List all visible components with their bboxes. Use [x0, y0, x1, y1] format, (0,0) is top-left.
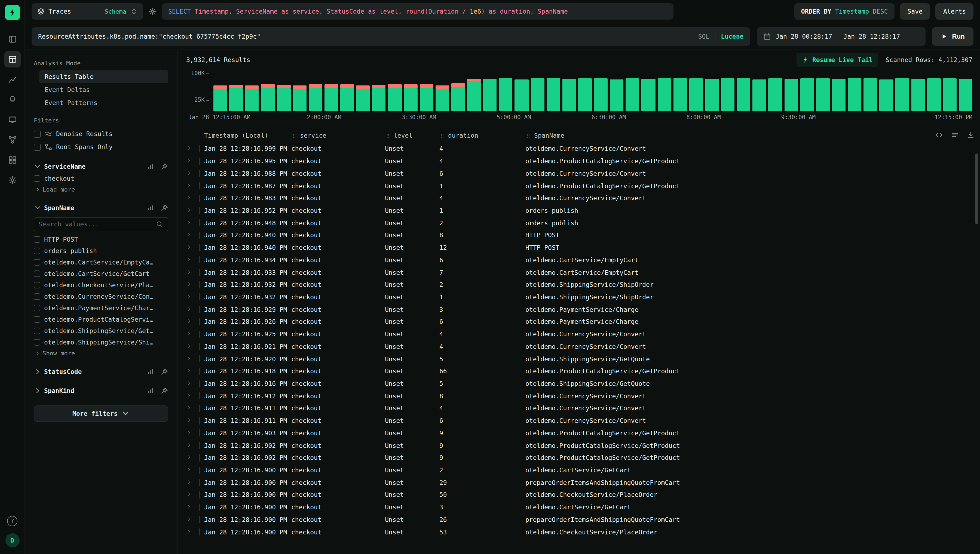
chart-bar[interactable] — [372, 85, 386, 111]
expand-chevron-icon[interactable] — [186, 404, 199, 412]
bar-chart-icon[interactable] — [147, 387, 153, 394]
table-row[interactable]: Jan 28 12:28:16.902 PMcheckoutUnset9otel… — [186, 439, 972, 452]
table-row[interactable]: Jan 28 12:28:16.912 PMcheckoutUnset8otel… — [186, 390, 972, 402]
chart-bar[interactable] — [435, 85, 449, 111]
chart-bar[interactable] — [483, 79, 497, 111]
nav-alerts[interactable] — [4, 91, 21, 108]
checkbox[interactable] — [34, 293, 40, 299]
chart-bar[interactable] — [959, 79, 972, 111]
bar-chart-icon[interactable] — [147, 368, 153, 375]
expand-chevron-icon[interactable] — [186, 170, 199, 177]
checkbox[interactable] — [34, 259, 40, 265]
table-row[interactable]: Jan 28 12:28:16.921 PMcheckoutUnset4otel… — [186, 341, 972, 353]
expand-chevron-icon[interactable] — [186, 269, 199, 276]
nav-dashboards[interactable] — [4, 152, 21, 168]
table-row[interactable]: Jan 28 12:28:16.983 PMcheckoutUnset4otel… — [186, 192, 972, 204]
order-by-editor[interactable]: ORDER BY Timestamp DESC — [795, 3, 894, 19]
grip-icon[interactable] — [439, 132, 445, 138]
col-header-timestamp-local[interactable]: Timestamp (Local) — [204, 132, 291, 139]
chart-bar[interactable] — [705, 79, 719, 111]
table-scrollbar[interactable] — [975, 153, 978, 224]
facet-item-http-post[interactable]: HTTP POST — [34, 234, 168, 245]
chart-bar[interactable] — [848, 78, 861, 111]
chart-bar[interactable] — [419, 84, 433, 111]
nav-settings[interactable] — [4, 172, 21, 188]
table-row[interactable]: Jan 28 12:28:16.940 PMcheckoutUnset8HTTP… — [186, 229, 972, 241]
table-row[interactable]: Jan 28 12:28:16.911 PMcheckoutUnset6otel… — [186, 415, 972, 427]
facet-header-spanname[interactable]: SpanName — [34, 202, 168, 214]
chart-bar[interactable] — [261, 84, 275, 111]
expand-chevron-icon[interactable] — [186, 479, 199, 487]
chart-bar[interactable] — [832, 79, 846, 111]
search-query-input[interactable] — [38, 32, 693, 40]
facet-show-more-button[interactable]: Show more — [35, 348, 168, 359]
table-row[interactable]: Jan 28 12:28:16.995 PMcheckoutUnset4otel… — [186, 155, 972, 167]
expand-chevron-icon[interactable] — [186, 454, 199, 462]
chart-bar[interactable] — [610, 79, 623, 111]
table-row[interactable]: Jan 28 12:28:16.911 PMcheckoutUnset4otel… — [186, 402, 972, 414]
resume-live-tail-button[interactable]: Resume Live Tail — [797, 53, 878, 67]
table-row[interactable]: Jan 28 12:28:16.932 PMcheckoutUnset2otel… — [186, 279, 972, 291]
nav-sessions[interactable] — [4, 111, 21, 128]
chart-bar[interactable] — [816, 79, 830, 111]
chart-bar[interactable] — [404, 84, 417, 111]
expand-chevron-icon[interactable] — [186, 157, 199, 165]
pin-icon[interactable] — [161, 387, 168, 395]
table-row[interactable]: Jan 28 12:28:16.916 PMcheckoutUnset5otel… — [186, 377, 972, 390]
facet-header-statuscode[interactable]: StatusCode — [34, 366, 168, 378]
chart-bar[interactable] — [911, 79, 925, 111]
expand-chevron-icon[interactable] — [186, 503, 199, 511]
expand-chevron-icon[interactable] — [186, 355, 199, 363]
bar-chart-icon[interactable] — [147, 163, 153, 170]
checkbox[interactable] — [34, 316, 40, 322]
table-row[interactable]: Jan 28 12:28:16.900 PMcheckoutUnset50ote… — [186, 489, 972, 501]
mode-results-table[interactable]: Results Table — [39, 70, 168, 83]
grip-icon[interactable] — [385, 132, 391, 138]
checkbox[interactable] — [34, 339, 40, 345]
facet-item-oteldemo-shippingservice-shi[interactable]: oteldemo.ShippingService/Shi… — [34, 336, 168, 348]
facet-item-oteldemo-shippingservice-get[interactable]: oteldemo.ShippingService/Get… — [34, 325, 168, 336]
expand-chevron-icon[interactable] — [186, 343, 199, 350]
expand-chevron-icon[interactable] — [186, 244, 199, 252]
pin-icon[interactable] — [161, 368, 168, 376]
grip-icon[interactable] — [525, 132, 531, 138]
checkbox[interactable] — [34, 327, 40, 334]
expand-chevron-icon[interactable] — [186, 318, 199, 326]
pin-icon[interactable] — [161, 204, 168, 212]
chart-bar[interactable] — [800, 78, 814, 111]
facet-item-oteldemo-currencyservice-con[interactable]: oteldemo.CurrencyService/Con… — [34, 291, 168, 302]
chart-bar[interactable] — [547, 78, 560, 111]
checkbox[interactable] — [34, 247, 40, 254]
expand-chevron-icon[interactable] — [186, 368, 199, 375]
chart-bar[interactable] — [689, 78, 703, 111]
save-button[interactable]: Save — [900, 3, 930, 19]
col-header-duration[interactable]: duration — [439, 132, 525, 139]
table-row[interactable]: Jan 28 12:28:16.952 PMcheckoutUnset1orde… — [186, 204, 972, 217]
table-row[interactable]: Jan 28 12:28:16.932 PMcheckoutUnset1otel… — [186, 291, 972, 303]
app-logo[interactable] — [5, 5, 20, 20]
checkbox[interactable] — [34, 282, 40, 288]
toggle-denoise-results[interactable]: Denoise Results — [34, 127, 168, 140]
expand-chevron-icon[interactable] — [186, 219, 199, 227]
table-row[interactable]: Jan 28 12:28:16.900 PMcheckoutUnset29pre… — [186, 476, 972, 489]
help-icon[interactable]: ? — [7, 516, 18, 526]
chart-bar[interactable] — [245, 85, 259, 111]
run-button[interactable]: Run — [932, 27, 974, 45]
col-header-service[interactable]: service — [291, 132, 385, 139]
chart-bar[interactable] — [753, 79, 766, 111]
alerts-button[interactable]: Alerts — [935, 3, 974, 19]
chart-bar[interactable] — [657, 79, 671, 111]
chart-bar[interactable] — [864, 79, 877, 111]
mode-event-deltas[interactable]: Event Deltas — [39, 83, 168, 96]
expand-chevron-icon[interactable] — [186, 442, 199, 449]
expand-chevron-icon[interactable] — [186, 516, 199, 524]
chart-bar[interactable] — [515, 79, 528, 111]
chart-bar[interactable] — [467, 79, 481, 111]
nav-chart-explorer[interactable] — [4, 71, 21, 88]
search-values-input[interactable] — [39, 220, 156, 228]
facet-item-oteldemo-paymentservice-char[interactable]: oteldemo.PaymentService/Char… — [34, 302, 168, 314]
table-row[interactable]: Jan 28 12:28:16.900 PMcheckoutUnset3otel… — [186, 501, 972, 513]
chart-bar[interactable] — [768, 79, 782, 111]
facet-item-oteldemo-checkoutservice-pla[interactable]: oteldemo.CheckoutService/Pla… — [34, 279, 168, 291]
expand-chevron-icon[interactable] — [186, 194, 199, 202]
